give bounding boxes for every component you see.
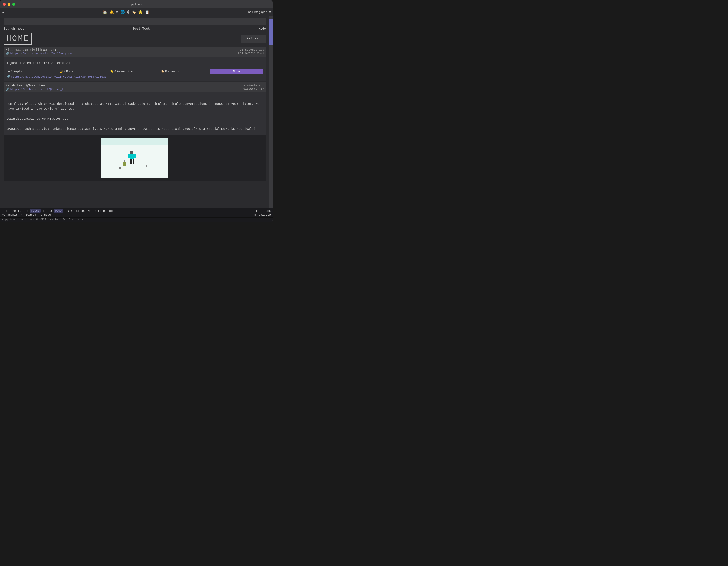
hide-status-label: Hide <box>44 213 51 216</box>
post-followers-1: Followers: 2529 <box>238 51 264 55</box>
post-card-1: Will McGugan (@willmcgugan) 🔗 https://ma… <box>4 47 266 81</box>
search-mode-button[interactable]: Search mode <box>4 27 24 31</box>
link-icon-1: 🔗 <box>6 52 9 55</box>
svg-rect-2 <box>130 151 133 154</box>
settings-label: Settings <box>71 209 85 213</box>
post-profile-link-1: 🔗 https://mastodon.social/@willmcgugan <box>6 52 73 55</box>
maximize-button[interactable] <box>12 3 15 6</box>
boost-icon-1: 🌙 <box>59 70 63 73</box>
term-text: ⚡ python · uv · -zsh 🖥 Wills-MacBook-Pro… <box>2 218 83 221</box>
main-content: Search mode Post Toot Hide HOME Refresh … <box>0 16 273 208</box>
preview-image-2 <box>101 138 168 178</box>
post-url-1: 🔗 https://mastodon.social/@willmcgugan/1… <box>6 75 263 78</box>
refresh-button[interactable]: Refresh <box>241 35 266 43</box>
post-link-icon-1: 🔗 <box>6 75 10 78</box>
svg-rect-8 <box>124 160 125 162</box>
ctrl-b-label: ^b <box>39 213 42 216</box>
statusbar-row1: Tab | Shift+Tab Focus F1-F8 Page F9 Sett… <box>2 209 271 213</box>
svg-rect-3 <box>130 154 134 159</box>
post-author-section: Will McGugan (@willmcgugan) 🔗 https://ma… <box>6 48 73 55</box>
action-bar: Search mode Post Toot Hide <box>4 26 266 33</box>
notifications-icon[interactable]: 🔔 <box>109 10 114 14</box>
svg-rect-11 <box>146 165 147 167</box>
post-full-link-1[interactable]: https://mastodon.social/@willmcgugan/113… <box>11 75 107 78</box>
home-title: HOME <box>4 33 32 45</box>
favourite-count-1: 0 <box>114 70 116 73</box>
menu-icon[interactable]: ≡ <box>269 10 271 14</box>
scrollbar-thumb[interactable] <box>269 19 273 45</box>
svg-rect-1 <box>101 145 168 178</box>
back-status-label: Back <box>264 209 271 213</box>
ctrl-p-label: ^p <box>253 213 256 216</box>
bookmark-icon-1: 🏷️ <box>161 70 164 73</box>
boost-count-1: 0 <box>64 70 65 73</box>
svg-rect-5 <box>134 154 136 158</box>
reply-button-1[interactable]: ↩ 0 Reply <box>6 69 57 74</box>
ctrl-e-label: ^e <box>2 213 6 216</box>
post-toot-button[interactable]: Post Toot <box>133 27 150 31</box>
search-input[interactable] <box>4 18 266 25</box>
favourite-button-1[interactable]: ⭐ 0 Favourite <box>108 69 159 74</box>
post-time-1: 11 seconds ago <box>238 48 264 51</box>
traffic-lights <box>3 3 15 6</box>
content-area: Search mode Post Toot Hide HOME Refresh … <box>0 16 269 208</box>
window-title: python <box>131 3 142 6</box>
post-link-url-2[interactable]: https://techhub.social/@Sarah_Lea <box>10 88 67 91</box>
link-icon-2: 🔗 <box>6 87 9 91</box>
post-body-2: Fun fact: Eliza, which was developed as … <box>6 94 263 134</box>
f12-label: F12 <box>256 209 261 213</box>
post-author-section-2: Sarah Lea (@Sarah_Lea) 🔗 https://techhub… <box>6 84 67 91</box>
toolbar-right: willmcgugan ≡ <box>248 10 271 14</box>
more-button-1[interactable]: More <box>210 69 263 74</box>
ctrl-r-label: ^r <box>87 209 91 213</box>
reply-icon-1: ↩ <box>8 70 10 73</box>
mentions-icon[interactable]: @ <box>127 10 129 14</box>
scrollbar[interactable] <box>269 16 273 208</box>
favorites-icon[interactable]: ⭐ <box>138 10 143 14</box>
post-author-2: Sarah Lea (@Sarah_Lea) <box>6 84 67 87</box>
statusbar: Tab | Shift+Tab Focus F1-F8 Page F9 Sett… <box>0 208 273 217</box>
minimize-button[interactable] <box>8 3 10 6</box>
termbar: ⚡ python · uv · -zsh 🖥 Wills-MacBook-Pro… <box>0 217 273 222</box>
post-link-url-1[interactable]: https://mastodon.social/@willmcgugan <box>10 52 73 55</box>
bookmarks-icon[interactable]: 🏷️ <box>132 10 136 14</box>
home-icon[interactable]: 🏠 <box>103 10 107 14</box>
post-card-2: Sarah Lea (@Sarah_Lea) 🔗 https://techhub… <box>4 82 266 181</box>
favourite-label-1: Favourite <box>117 70 133 73</box>
explore-icon[interactable]: 🌐 <box>120 10 125 14</box>
hide-button[interactable]: Hide <box>258 27 266 31</box>
submit-label: Submit <box>7 213 18 216</box>
boost-button-1[interactable]: 🌙 0 Boost <box>57 69 108 74</box>
url-preview-2 <box>4 135 266 181</box>
post-author-1: Will McGugan (@willmcgugan) <box>6 48 73 52</box>
f1f8-label: F1-F8 <box>43 209 52 213</box>
username-label: willmcgugan <box>248 10 267 14</box>
back-button[interactable]: ◀ <box>2 10 4 14</box>
post-profile-link-2: 🔗 https://techhub.social/@Sarah_Lea <box>6 87 67 91</box>
bookmark-button-1[interactable]: 🏷️ Bookmark <box>159 69 210 74</box>
f9-label: F9 <box>66 209 69 213</box>
sep1: | <box>9 209 11 213</box>
search-status-label: Search <box>26 213 36 216</box>
shift-tab-label: Shift+Tab <box>12 209 28 213</box>
post-body-1: I just tooted this from a Terminal! <box>6 58 263 68</box>
close-button[interactable] <box>3 3 6 6</box>
status-right: F12 Back <box>256 209 271 213</box>
ctrl-p-section: ^p palette <box>253 213 271 216</box>
refresh-page-label: Refresh Page <box>93 209 114 213</box>
hashtag-icon[interactable]: # <box>116 10 118 14</box>
statusbar-row2: ^e Submit ^f Search ^b Hide ^p palette <box>2 213 271 216</box>
favourite-icon-1: ⭐ <box>110 70 113 73</box>
list-icon[interactable]: 📋 <box>145 10 149 14</box>
toolbar: ◀ 🏠 🔔 # 🌐 @ 🏷️ ⭐ 📋 willmcgugan ≡ <box>0 8 273 16</box>
tab-label: Tab <box>2 209 7 213</box>
svg-rect-4 <box>128 154 130 158</box>
preview-svg <box>101 138 168 178</box>
titlebar: python <box>0 0 273 8</box>
reply-count-1: 0 <box>11 70 13 73</box>
post-meta-1: 11 seconds ago Followers: 2529 <box>238 48 264 55</box>
svg-rect-10 <box>119 167 121 169</box>
home-header: HOME Refresh <box>4 33 266 45</box>
app-window: python ◀ 🏠 🔔 # 🌐 @ 🏷️ ⭐ 📋 willmcgugan ≡ … <box>0 0 273 222</box>
bookmark-label-1: Bookmark <box>165 70 179 73</box>
